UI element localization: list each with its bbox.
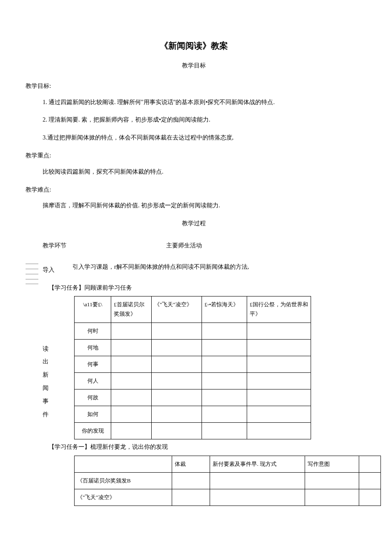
table-row: 何人 (75, 372, 311, 389)
cell (152, 356, 202, 372)
cell-header-genre: 体裁 (172, 456, 210, 473)
heading-goals: 教学目标: (26, 81, 362, 91)
cell (202, 389, 247, 406)
cell-header-elements: \a11要£\ (75, 296, 111, 323)
cell (247, 389, 311, 406)
goal-item-2: 2. 理清新闻要. 素，把握新师内容，初步形成•定的痴间阅读能力. (43, 115, 362, 125)
margin-marks (26, 264, 38, 284)
table-row: \a11要£\ £首届诺贝尔奖颁发》 《"飞天″凌空》 £-•若惊海天》 £国行… (75, 296, 311, 323)
table-row: 《"飞天"凌空》 (75, 489, 381, 506)
section-label-intro: 导入 (38, 262, 72, 277)
cell (202, 406, 247, 423)
cell (359, 456, 381, 473)
cell (172, 473, 210, 489)
cell-article1: 《百届诺贝尔奖颁发B (75, 473, 172, 489)
cell (152, 339, 202, 356)
heading-process: 教学过程 (26, 218, 362, 229)
table-row: 体裁 新付要素及事件早. 现方式 写作意图 (75, 456, 381, 473)
cell-article2: 《"飞天"凌空》 (75, 489, 172, 506)
goal-item-1: 1. 通过四篇新闻的比较阐读. 理解所何"用事实说话"的基本原则•探究不同新闻体… (43, 97, 362, 108)
cell (75, 456, 172, 473)
cell (111, 356, 152, 372)
cell (247, 406, 311, 423)
cell (152, 372, 202, 389)
cell (172, 489, 210, 506)
cell (111, 323, 152, 339)
cell-header-article4: £国行公祭，为佑世界和平》 (247, 296, 311, 323)
cell (247, 372, 311, 389)
cell-where: 何地 (75, 339, 111, 356)
cell (152, 406, 202, 423)
cell (152, 389, 202, 406)
cell-header-intent: 写作意图 (305, 456, 359, 473)
cell-header-article3: £-•若惊海天》 (202, 296, 247, 323)
difficulty-item-1: 揣摩语言，理解不同新何体裁的价值. 初步形成一定的新何阅读能力. (43, 200, 362, 211)
cell-header-article2: 《"飞天″凌空》 (152, 296, 202, 323)
cell-header-article1: £首届诺贝尔奖颁发》 (111, 296, 152, 323)
cell (210, 489, 305, 506)
table-prestudy: \a11要£\ £首届诺贝尔奖颁发》 《"飞天″凌空》 £-•若惊海天》 £国行… (74, 296, 311, 439)
cell (202, 323, 247, 339)
cell (202, 423, 247, 439)
cell-who: 何人 (75, 372, 111, 389)
cell (247, 339, 311, 356)
subtitle-goal: 教学目标 (26, 61, 362, 71)
cell (111, 339, 152, 356)
cell (247, 356, 311, 372)
table-row: 何地 (75, 339, 311, 356)
cell (111, 389, 152, 406)
table-row: 何时 (75, 323, 311, 339)
cell (202, 339, 247, 356)
table-row: 如何 (75, 406, 311, 423)
cell (359, 473, 381, 489)
heading-focus: 教学重点: (26, 151, 362, 161)
cell (152, 423, 202, 439)
cell-why: 何故 (75, 389, 111, 406)
column-header-right: 主要师生活动 (81, 241, 362, 251)
column-header-left: 教学环节 (26, 241, 81, 251)
cell (111, 423, 152, 439)
focus-item-1: 比较阅读四篇新闻，探究不同新闻体裁的特点. (43, 167, 362, 177)
table-row: 《百届诺贝尔奖颁发B (75, 473, 381, 489)
cell (152, 323, 202, 339)
section-label-read-news: 读出新闻事件 (43, 343, 49, 421)
task-label-0: 【学习任务】同顾课前学习任务 (49, 283, 381, 293)
goal-item-3: 3.通过把押新闻体掀的特点，体会不同新闻体裁在去达过程中的情落态度, (43, 133, 362, 143)
cell (305, 489, 359, 506)
cell-what: 何事 (75, 356, 111, 372)
table-task1: 体裁 新付要素及事件早. 现方式 写作意图 《百届诺贝尔奖颁发B 《"飞天"凌空… (74, 456, 381, 506)
cell (359, 489, 381, 506)
cell-header-elements: 新付要素及事件早. 现方式 (210, 456, 305, 473)
cell (247, 323, 311, 339)
intro-text: 引入学习课题，r解不同新闻体掀的特点和同读不同新闻体裁的方法, (72, 262, 362, 272)
task-label-1: 【学习任务一】梳理新付要龙，说出你的发现 (49, 442, 381, 452)
heading-difficulty: 教学难点: (26, 185, 362, 195)
cell (305, 473, 359, 489)
cell (202, 372, 247, 389)
cell-when: 何时 (75, 323, 111, 339)
cell-how: 如何 (75, 406, 111, 423)
cell (247, 423, 311, 439)
table-row: 何事 (75, 356, 311, 372)
page-title: 《新闻阅读》教案 (26, 38, 362, 53)
cell (111, 406, 152, 423)
cell (202, 356, 247, 372)
cell-discovery: 你的发现 (75, 423, 111, 439)
cell (111, 372, 152, 389)
cell (210, 473, 305, 489)
table-row: 何故 (75, 389, 311, 406)
table-row: 你的发现 (75, 423, 311, 439)
